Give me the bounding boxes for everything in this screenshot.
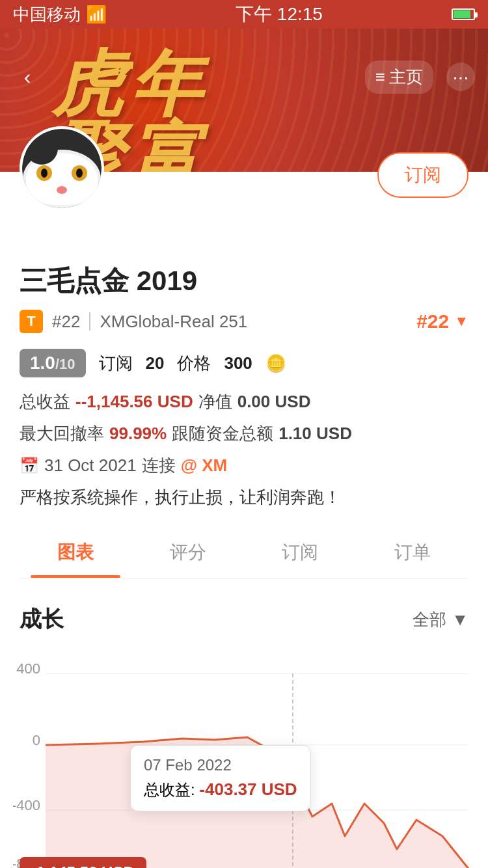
status-left: 中国移动 📶 bbox=[13, 3, 107, 26]
bio-text: 严格按系统操作，执行止损，让利润奔跑！ bbox=[20, 486, 468, 509]
rank-number: #22 bbox=[52, 312, 80, 332]
more-button[interactable]: ··· bbox=[446, 62, 475, 91]
subscribe-button[interactable]: 订阅 bbox=[377, 152, 468, 198]
profile-section: 订阅 三毛点金 2019 T #22 XMGlobal-Real 251 #22… bbox=[0, 172, 488, 591]
main-content: 三毛点金 2019 T #22 XMGlobal-Real 251 #22 ▼ … bbox=[0, 211, 488, 591]
price-label: 价格 bbox=[177, 352, 211, 375]
follow-funds-value: 1.10 USD bbox=[278, 424, 352, 444]
rank-badge: T bbox=[20, 310, 43, 333]
connected-row: 📅 31 Oct 2021 连接 @ XM bbox=[20, 454, 468, 477]
total-profit-label: 总收益 bbox=[20, 390, 70, 413]
chart-header: 成长 全部 ▼ bbox=[0, 604, 488, 647]
meta-left: T #22 XMGlobal-Real 251 bbox=[20, 310, 247, 333]
chart-filter-label: 全部 bbox=[413, 608, 446, 631]
carrier-text: 中国移动 bbox=[13, 3, 81, 26]
svg-text:400: 400 bbox=[16, 660, 40, 677]
tooltip-value-row: 总收益: -403.37 USD bbox=[144, 780, 297, 800]
broker-name: XMGlobal-Real 251 bbox=[100, 312, 247, 332]
nav-right-group: ≡ 主页 ··· bbox=[365, 61, 475, 94]
drawdown-label: 最大回撤率 bbox=[20, 422, 104, 445]
stats-row: 1.0/10 订阅 20 价格 300 🪙 bbox=[20, 349, 468, 377]
chart-section: 成长 全部 ▼ 400 0 -400 -800 bbox=[0, 591, 488, 868]
broker-link[interactable]: @ XM bbox=[181, 455, 228, 476]
battery-icon bbox=[452, 8, 475, 20]
status-bar: 中国移动 📶 下午 12:15 bbox=[0, 0, 488, 29]
svg-text:0: 0 bbox=[33, 732, 40, 748]
score-badge: 1.0/10 bbox=[20, 349, 86, 377]
drawdown-value: 99.99% bbox=[109, 424, 167, 444]
menu-icon: ≡ bbox=[375, 67, 385, 87]
back-button[interactable]: ‹ bbox=[13, 62, 42, 91]
meta-divider bbox=[89, 312, 90, 331]
connected-date: 31 Oct 2021 bbox=[44, 455, 137, 476]
chart-container: 400 0 -400 -800 07 Feb 2022 总收益: bbox=[0, 647, 488, 868]
tab-orders[interactable]: 订单 bbox=[357, 527, 469, 578]
filter-dropdown-icon: ▼ bbox=[452, 610, 468, 630]
wifi-icon: 📶 bbox=[86, 5, 107, 25]
subscribe-label: 订阅 bbox=[99, 352, 133, 375]
tooltip-date: 07 Feb 2022 bbox=[144, 756, 297, 774]
currency-icon: 🪙 bbox=[265, 353, 286, 373]
tab-subscribe[interactable]: 订阅 bbox=[244, 527, 357, 578]
rank-right-number: #22 bbox=[416, 310, 449, 332]
chart-filter-button[interactable]: 全部 ▼ bbox=[413, 608, 468, 631]
svg-text:-400: -400 bbox=[13, 797, 40, 813]
net-value-value: 0.00 USD bbox=[237, 392, 311, 412]
price-value: 300 bbox=[224, 353, 252, 373]
tab-chart[interactable]: 图表 bbox=[20, 527, 132, 578]
tooltip-value: -403.37 USD bbox=[199, 780, 297, 799]
tab-rating[interactable]: 评分 bbox=[132, 527, 245, 578]
total-profit-row: 总收益 --1,145.56 USD 净值 0.00 USD bbox=[20, 390, 468, 413]
profile-meta: T #22 XMGlobal-Real 251 #22 ▼ bbox=[20, 310, 468, 333]
profile-name: 三毛点金 2019 bbox=[20, 263, 468, 299]
connected-label: 连接 bbox=[142, 454, 176, 477]
tooltip-label: 总收益: bbox=[144, 781, 195, 798]
score-max: /10 bbox=[55, 356, 75, 372]
avatar bbox=[20, 126, 104, 211]
avatar-image bbox=[22, 129, 102, 208]
total-profit-value: --1,145.56 USD bbox=[75, 392, 193, 412]
status-time: 下午 12:15 bbox=[236, 2, 323, 27]
chart-bottom-label: -1,145.56 USD bbox=[20, 857, 146, 868]
tabs: 图表 评分 订阅 订单 bbox=[20, 527, 468, 578]
rank-dropdown-icon[interactable]: ▼ bbox=[454, 313, 468, 330]
drawdown-row: 最大回撤率 99.99% 跟随资金总额 1.10 USD bbox=[20, 422, 468, 445]
home-label: 主页 bbox=[389, 66, 423, 88]
net-value-label: 净值 bbox=[198, 390, 232, 413]
nav-bar: ‹ ≡ 主页 ··· bbox=[0, 57, 488, 96]
follow-funds-label: 跟随资金总额 bbox=[172, 422, 273, 445]
score-value: 1.0 bbox=[30, 353, 55, 373]
subscribe-count: 20 bbox=[146, 353, 165, 373]
chart-tooltip: 07 Feb 2022 总收益: -403.37 USD bbox=[130, 745, 311, 811]
status-right bbox=[452, 8, 475, 20]
rank-right: #22 ▼ bbox=[416, 310, 468, 332]
calendar-icon: 📅 bbox=[20, 457, 39, 475]
chart-title: 成长 bbox=[20, 604, 64, 634]
home-button[interactable]: ≡ 主页 bbox=[365, 61, 433, 94]
